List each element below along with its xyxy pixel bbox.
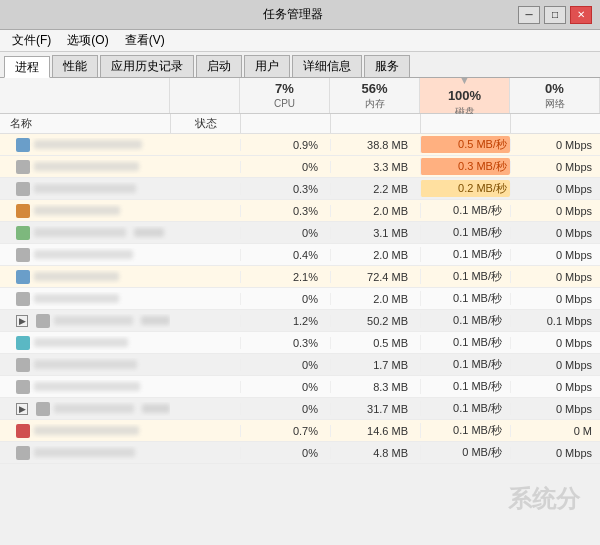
table-row[interactable]: 0%1.7 MB0.1 MB/秒0 Mbps — [0, 354, 600, 376]
cell-mem-9: 50.2 MB — [330, 315, 420, 327]
cell-net-9: 0.1 Mbps — [510, 315, 600, 327]
proc-icon — [36, 402, 50, 416]
cell-disk-7: 0.1 MB/秒 — [420, 269, 510, 284]
menu-view[interactable]: 查看(V) — [117, 30, 173, 51]
tab-app-history[interactable]: 应用历史记录 — [100, 55, 194, 77]
cell-cpu-7: 2.1% — [240, 271, 330, 283]
cell-disk-15: 0 MB/秒 — [420, 445, 510, 460]
cell-net-3: 0 Mbps — [510, 183, 600, 195]
cell-disk-1: 0.5 MB/秒 — [420, 136, 510, 153]
cell-net-15: 0 Mbps — [510, 447, 600, 459]
cell-mem-3: 2.2 MB — [330, 183, 420, 195]
proc-icon — [16, 204, 30, 218]
cell-net-1: 0 Mbps — [510, 139, 600, 151]
proc-icon — [36, 314, 50, 328]
col-disk-header[interactable]: ▼ 100% 磁盘 — [420, 78, 510, 113]
proc-name-blurred — [34, 426, 139, 435]
cell-disk-6: 0.1 MB/秒 — [420, 247, 510, 262]
proc-name-blurred — [34, 448, 135, 457]
cell-disk-10: 0.1 MB/秒 — [420, 335, 510, 350]
cell-mem-6: 2.0 MB — [330, 249, 420, 261]
main-content: 7% CPU 56% 内存 ▼ 100% 磁盘 0% 网络 名称 状态 0.9%… — [0, 78, 600, 545]
cpu-label: CPU — [274, 97, 295, 110]
menu-options[interactable]: 选项(O) — [59, 30, 116, 51]
tab-services[interactable]: 服务 — [364, 55, 410, 77]
close-button[interactable]: ✕ — [570, 6, 592, 24]
cell-cpu-4: 0.3% — [240, 205, 330, 217]
title-text: 任务管理器 — [68, 6, 518, 23]
cell-disk-14: 0.1 MB/秒 — [420, 423, 510, 438]
table-row[interactable]: 0%3.3 MB0.3 MB/秒0 Mbps — [0, 156, 600, 178]
table-row[interactable]: 2.1%72.4 MB0.1 MB/秒0 Mbps — [0, 266, 600, 288]
net-column-label — [510, 114, 600, 133]
proc-icon — [16, 292, 30, 306]
cell-net-6: 0 Mbps — [510, 249, 600, 261]
cell-disk-11: 0.1 MB/秒 — [420, 357, 510, 372]
col-cpu-header[interactable]: 7% CPU — [240, 78, 330, 113]
table-row[interactable]: 0%2.0 MB0.1 MB/秒0 Mbps — [0, 288, 600, 310]
cell-cpu-3: 0.3% — [240, 183, 330, 195]
name-column-label[interactable]: 名称 — [0, 114, 170, 133]
cell-mem-12: 8.3 MB — [330, 381, 420, 393]
cell-disk-8: 0.1 MB/秒 — [420, 291, 510, 306]
proc-name-blurred — [34, 382, 140, 391]
col-status-header — [170, 78, 240, 113]
expander-icon[interactable]: ▶ — [16, 315, 28, 327]
cell-net-12: 0 Mbps — [510, 381, 600, 393]
table-row[interactable]: ▶1.2%50.2 MB0.1 MB/秒0.1 Mbps — [0, 310, 600, 332]
cell-name-12 — [0, 380, 170, 394]
col-memory-header[interactable]: 56% 内存 — [330, 78, 420, 113]
col-name-area — [0, 78, 170, 113]
cell-cpu-10: 0.3% — [240, 337, 330, 349]
proc-icon — [16, 336, 30, 350]
tab-details[interactable]: 详细信息 — [292, 55, 362, 77]
tab-startup[interactable]: 启动 — [196, 55, 242, 77]
title-bar: 任务管理器 ─ □ ✕ — [0, 0, 600, 30]
cell-mem-13: 31.7 MB — [330, 403, 420, 415]
cpu-column-label — [240, 114, 330, 133]
table-row[interactable]: 0.7%14.6 MB0.1 MB/秒0 M — [0, 420, 600, 442]
table-row[interactable]: 0%3.1 MB0.1 MB/秒0 Mbps — [0, 222, 600, 244]
table-row[interactable]: 0.3%0.5 MB0.1 MB/秒0 Mbps — [0, 332, 600, 354]
expander-icon[interactable]: ▶ — [16, 403, 28, 415]
net-label: 网络 — [545, 97, 565, 110]
mem-pct: 56% — [361, 81, 387, 98]
table-row[interactable]: 0.3%2.2 MB0.2 MB/秒0 Mbps — [0, 178, 600, 200]
cell-mem-10: 0.5 MB — [330, 337, 420, 349]
maximize-button[interactable]: □ — [544, 6, 566, 24]
tab-process[interactable]: 进程 — [4, 56, 50, 78]
table-row[interactable]: ▶0%31.7 MB0.1 MB/秒0 Mbps — [0, 398, 600, 420]
disk-column-label — [420, 114, 510, 133]
proc-icon — [16, 226, 30, 240]
proc-icon — [16, 138, 30, 152]
status-column-label[interactable]: 状态 — [170, 114, 240, 133]
cell-disk-3: 0.2 MB/秒 — [420, 180, 510, 197]
table-row[interactable]: 0.3%2.0 MB0.1 MB/秒0 Mbps — [0, 200, 600, 222]
table-row[interactable]: 0.4%2.0 MB0.1 MB/秒0 Mbps — [0, 244, 600, 266]
table-row[interactable]: 0%4.8 MB0 MB/秒0 Mbps — [0, 442, 600, 464]
cell-name-8 — [0, 292, 170, 306]
tab-users[interactable]: 用户 — [244, 55, 290, 77]
cell-net-11: 0 Mbps — [510, 359, 600, 371]
cell-net-14: 0 M — [510, 425, 600, 437]
cell-mem-8: 2.0 MB — [330, 293, 420, 305]
cell-net-2: 0 Mbps — [510, 161, 600, 173]
proc-name-blurred — [34, 272, 119, 281]
disk-pct: 100% — [448, 88, 481, 105]
cell-net-7: 0 Mbps — [510, 271, 600, 283]
table-row[interactable]: 0%8.3 MB0.1 MB/秒0 Mbps — [0, 376, 600, 398]
tab-performance[interactable]: 性能 — [52, 55, 98, 77]
col-network-header[interactable]: 0% 网络 — [510, 78, 600, 113]
cell-mem-7: 72.4 MB — [330, 271, 420, 283]
minimize-button[interactable]: ─ — [518, 6, 540, 24]
proc-icon — [16, 248, 30, 262]
menu-file[interactable]: 文件(F) — [4, 30, 59, 51]
cell-cpu-14: 0.7% — [240, 425, 330, 437]
cell-name-2 — [0, 160, 170, 174]
cell-disk-2: 0.3 MB/秒 — [420, 158, 510, 175]
proc-icon — [16, 358, 30, 372]
cell-name-1 — [0, 138, 170, 152]
proc-label-blurred — [141, 316, 170, 325]
cell-name-7 — [0, 270, 170, 284]
table-row[interactable]: 0.9%38.8 MB0.5 MB/秒0 Mbps — [0, 134, 600, 156]
